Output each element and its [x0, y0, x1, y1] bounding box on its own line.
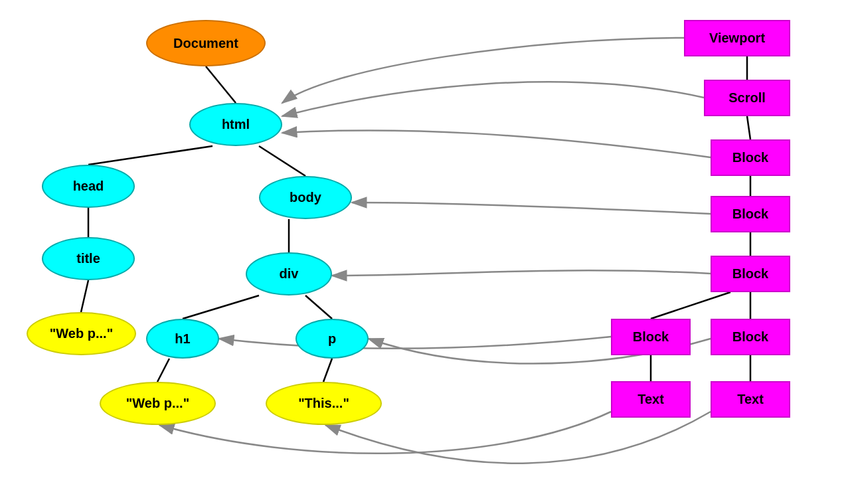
svg-line-9 [323, 359, 332, 382]
block2-label: Block [732, 207, 768, 222]
document-label: Document [173, 36, 238, 51]
svg-line-8 [157, 359, 169, 382]
head-node: head [42, 165, 135, 208]
block3-node: Block [711, 256, 790, 292]
web-p-title-node: "Web p..." [27, 312, 136, 355]
html-node: html [189, 103, 282, 146]
this-p-node: "This..." [266, 382, 382, 425]
block3-label: Block [732, 266, 768, 282]
html-label: html [222, 117, 250, 132]
svg-line-4 [81, 280, 88, 312]
viewport-node: Viewport [684, 20, 790, 56]
diagram-container: Document html head body title "Web p..."… [0, 0, 850, 504]
h1-label: h1 [175, 331, 190, 347]
title-label: title [76, 251, 100, 266]
viewport-label: Viewport [709, 31, 765, 46]
body-node: body [259, 176, 352, 219]
web-p-title-label: "Web p..." [50, 326, 113, 341]
scroll-label: Scroll [728, 90, 766, 106]
block5-node: Block [711, 319, 790, 355]
block4-label: Block [633, 329, 669, 345]
block5-label: Block [732, 329, 768, 345]
h1-node: h1 [146, 319, 219, 359]
p-node: p [296, 319, 369, 359]
head-label: head [73, 179, 104, 194]
block2-node: Block [711, 196, 790, 232]
div-node: div [246, 252, 332, 295]
svg-line-7 [305, 295, 332, 319]
title-node: title [42, 237, 135, 280]
svg-line-0 [206, 66, 236, 103]
text1-node: Text [611, 381, 691, 418]
body-label: body [290, 190, 321, 205]
svg-line-2 [259, 146, 305, 176]
text2-node: Text [711, 381, 790, 418]
web-p-h1-node: "Web p..." [100, 382, 216, 425]
text1-label: Text [638, 392, 664, 407]
block4-node: Block [611, 319, 691, 355]
svg-line-14 [651, 292, 730, 319]
svg-line-11 [747, 116, 750, 139]
div-label: div [280, 266, 299, 282]
scroll-node: Scroll [704, 80, 790, 116]
svg-line-1 [88, 146, 212, 165]
svg-line-6 [183, 295, 259, 319]
web-p-h1-label: "Web p..." [126, 396, 189, 411]
p-label: p [328, 331, 336, 347]
block1-node: Block [711, 139, 790, 176]
text2-label: Text [737, 392, 764, 407]
document-node: Document [146, 20, 266, 66]
block1-label: Block [732, 150, 768, 165]
this-p-label: "This..." [298, 396, 349, 411]
